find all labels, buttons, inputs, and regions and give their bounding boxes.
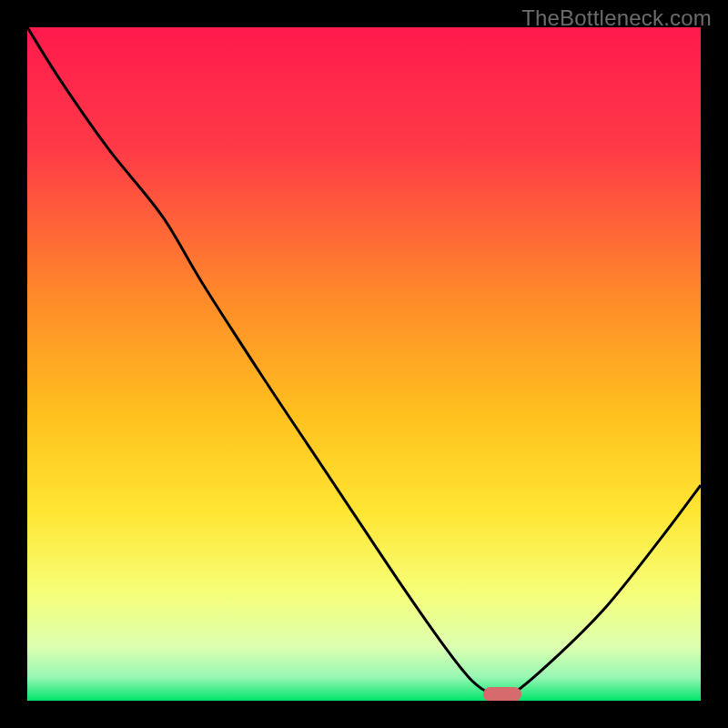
optimal-marker <box>483 687 521 701</box>
outer-frame: TheBottleneck.com <box>0 0 728 728</box>
bottleneck-curve <box>27 27 701 701</box>
plot-area <box>27 27 701 701</box>
curve-path <box>27 27 701 697</box>
